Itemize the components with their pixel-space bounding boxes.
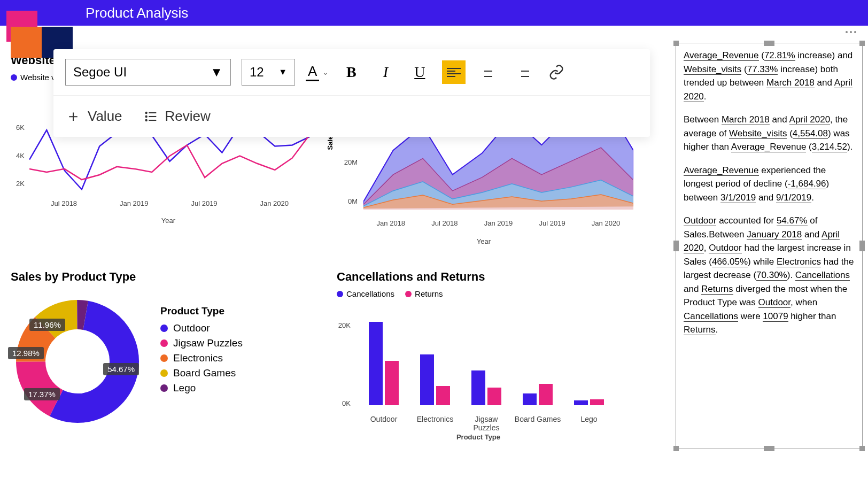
donut-legend: Product Type OutdoorJigsaw PuzzlesElectr… xyxy=(160,295,243,428)
legend-item: Jigsaw Puzzles xyxy=(160,337,243,349)
font-size-select[interactable]: 12 ▼ xyxy=(242,59,295,86)
text-format-toolbar: Segoe UI ▼ 12 ▼ A ⌄ B I U xyxy=(53,49,650,137)
x-axis-label: Year xyxy=(334,237,633,245)
chart-title: Cancellations and Returns xyxy=(337,270,620,284)
bar xyxy=(590,399,604,405)
more-options-button[interactable] xyxy=(840,27,862,37)
x-axis: Jan 2018Jul 2018Jan 2019Jul 2019Jan 2020 xyxy=(363,219,633,235)
narrative-paragraph: Average_Revenue experienced the longest … xyxy=(684,164,855,205)
sales-by-product-donut[interactable]: Sales by Product Type 54.67% 17.37% 12.9… xyxy=(11,270,326,428)
resize-handle[interactable] xyxy=(764,41,774,46)
logo-square-orange xyxy=(11,27,42,58)
chevron-down-icon: ▼ xyxy=(210,65,223,80)
chart-title: Sales by Product Type xyxy=(11,270,326,284)
align-center-icon xyxy=(481,68,495,77)
y-axis: 20K 0K xyxy=(337,309,353,416)
bar xyxy=(420,354,434,405)
bar xyxy=(369,322,383,405)
align-left-button[interactable] xyxy=(442,60,466,84)
align-left-icon xyxy=(447,68,461,77)
align-center-button[interactable] xyxy=(476,60,500,84)
resize-handle[interactable] xyxy=(859,446,865,451)
bar xyxy=(539,384,553,405)
font-color-icon: A xyxy=(306,63,319,81)
bar-group xyxy=(369,322,399,405)
resize-handle[interactable] xyxy=(673,241,679,251)
legend-item: Board Games xyxy=(160,367,243,379)
resize-handle[interactable] xyxy=(764,446,774,451)
chart-legend: Cancellations Returns xyxy=(337,289,620,298)
legend-item: Outdoor xyxy=(160,322,243,334)
legend-item: Lego xyxy=(160,382,243,394)
bar-group xyxy=(523,384,553,405)
bar xyxy=(487,388,501,405)
link-icon xyxy=(548,64,564,80)
x-axis-label: Product Type xyxy=(337,433,620,441)
add-value-button[interactable]: ＋ Value xyxy=(65,105,122,127)
x-axis-label: Year xyxy=(11,217,326,225)
bar-group xyxy=(471,370,501,405)
bar-group xyxy=(574,399,604,405)
cancellations-returns-bar[interactable]: Cancellations and Returns Cancellations … xyxy=(337,270,620,441)
legend-item: Electronics xyxy=(160,352,243,364)
svg-point-4 xyxy=(145,115,146,117)
donut-data-labels: 54.67% 17.37% 12.98% 11.96% xyxy=(11,295,144,428)
bar xyxy=(574,400,588,405)
chevron-down-icon: ⌄ xyxy=(322,68,329,76)
bar xyxy=(385,361,399,405)
narrative-paragraph: Average_Revenue (72.81% increase) and We… xyxy=(684,49,855,103)
resize-handle[interactable] xyxy=(859,241,865,251)
link-button[interactable] xyxy=(545,60,568,84)
x-axis: OutdoorElectronicsJigsaw PuzzlesBoard Ga… xyxy=(358,415,615,432)
x-axis: Jul 2018Jan 2019Jul 2019Jan 2020 xyxy=(29,199,310,215)
review-button[interactable]: Review xyxy=(144,108,211,125)
bar-plot xyxy=(358,314,615,405)
smart-narrative-textbox[interactable]: Average_Revenue (72.81% increase) and We… xyxy=(676,43,863,449)
align-right-icon xyxy=(515,68,529,77)
narrative-paragraph: Outdoor accounted for 54.67% of Sales.Be… xyxy=(684,214,855,337)
bar xyxy=(471,370,485,405)
italic-button[interactable]: I xyxy=(374,60,397,84)
bold-button[interactable]: B xyxy=(339,60,363,84)
resize-handle[interactable] xyxy=(673,41,679,46)
svg-point-5 xyxy=(145,119,146,120)
svg-point-3 xyxy=(145,112,146,113)
font-color-button[interactable]: A ⌄ xyxy=(306,63,329,81)
bar xyxy=(436,386,450,405)
header-bar: Product Analysis xyxy=(0,0,868,26)
bar-group xyxy=(420,354,450,405)
narrative-paragraph: Between March 2018 and April 2020, the a… xyxy=(684,113,855,154)
align-right-button[interactable] xyxy=(510,60,534,84)
font-family-select[interactable]: Segoe UI ▼ xyxy=(65,59,231,86)
resize-handle[interactable] xyxy=(859,41,865,46)
chevron-down-icon: ▼ xyxy=(278,67,287,77)
list-icon xyxy=(144,109,159,124)
bar xyxy=(523,393,537,405)
underline-button[interactable]: U xyxy=(408,60,431,84)
y-axis: 6K 4K 2K xyxy=(11,119,27,199)
plus-icon: ＋ xyxy=(65,105,81,127)
resize-handle[interactable] xyxy=(673,446,679,451)
page-title: Product Analysis xyxy=(86,5,188,21)
